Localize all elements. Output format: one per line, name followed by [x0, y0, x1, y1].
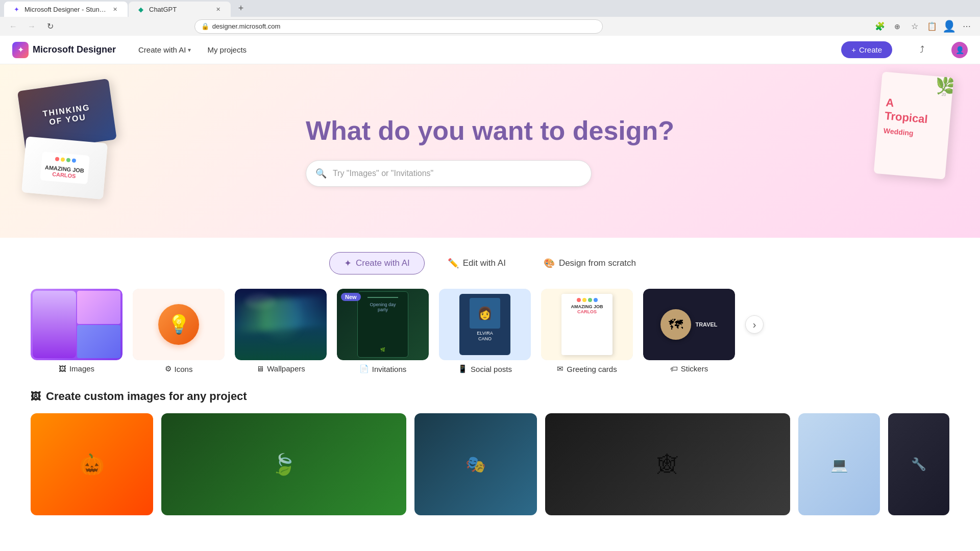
profile-icon[interactable]: 👤 — [942, 19, 957, 34]
category-icons[interactable]: 💡 ⚙ Icons — [133, 289, 225, 373]
category-stickers-label: 🏷 Stickers — [670, 364, 708, 373]
tab-close-2[interactable]: ✕ — [213, 5, 223, 14]
address-bar[interactable]: 🔒 designer.microsoft.com — [194, 19, 603, 34]
nav-my-projects[interactable]: My projects — [201, 42, 253, 57]
new-tab-button[interactable]: + — [234, 2, 248, 16]
wedding-deco: 🌿 — [934, 73, 953, 97]
hero-section: THINKINGOF YOU AMAZING JOBCARLOS What do… — [0, 64, 980, 238]
image-card-music[interactable]: 🎭 — [414, 413, 537, 515]
logo-area[interactable]: ✦ Microsoft Designer — [12, 42, 116, 58]
category-images-text: Images — [69, 364, 94, 373]
image-card-nature[interactable]: 🍃 — [161, 413, 406, 515]
nav-projects-label: My projects — [207, 45, 247, 54]
tab-design-from-scratch[interactable]: 🎨 Design from scratch — [529, 252, 651, 274]
forward-button[interactable]: → — [24, 19, 39, 34]
category-social-thumb: 👩 ELVIRACANO — [439, 289, 531, 360]
hero-title: What do you want to design? — [306, 115, 674, 146]
nav-create-label: Create with AI — [138, 45, 186, 54]
tab-favicon-1: ✦ — [12, 5, 20, 13]
category-icons-text: Icons — [175, 365, 193, 373]
category-social[interactable]: 👩 ELVIRACANO 📱 Social posts — [439, 289, 531, 373]
category-grid: 🖼 Images 💡 ⚙ Icons — [31, 289, 949, 373]
category-greeting[interactable]: AMAZING JOBCARLOS ✉ Greeting cards — [541, 289, 633, 373]
tab-close-1[interactable]: ✕ — [110, 5, 119, 14]
new-badge: New — [341, 293, 361, 301]
action-tabs: ✦ Create with AI ✏️ Edit with AI 🎨 Desig… — [31, 252, 949, 274]
image-card-tech[interactable]: 💻 — [798, 413, 880, 515]
carlos-inner: AMAZING JOBCARLOS — [40, 152, 90, 184]
logo-icon: ✦ — [12, 42, 29, 58]
category-images-thumb — [31, 289, 122, 360]
category-greeting-text: Greeting cards — [567, 365, 617, 373]
image-grid: 🎃 🍃 🎭 🕸 💻 🔧 — [31, 413, 949, 515]
tab-create-ai-icon: ✦ — [344, 258, 352, 269]
address-text: designer.microsoft.com — [212, 22, 281, 30]
image-card-extra[interactable]: 🔧 — [888, 413, 949, 515]
wedding-title: ATropicalWedding — [883, 96, 945, 141]
section-title-icon: 🖼 — [31, 391, 41, 403]
nav-create-with-ai[interactable]: Create with AI ▾ — [132, 42, 197, 57]
category-images[interactable]: 🖼 Images — [31, 289, 122, 373]
category-icons-thumb: 💡 — [133, 289, 225, 360]
hero-search-bar[interactable]: 🔍 Try "Images" or "Invitations" — [306, 160, 592, 187]
category-greeting-icon: ✉ — [557, 364, 564, 373]
tab-design-label: Design from scratch — [559, 258, 636, 268]
app: ✦ Microsoft Designer Create with AI ▾ My… — [0, 36, 980, 551]
create-label: Create — [859, 45, 882, 54]
section-header: 🖼 Create custom images for any project — [31, 390, 949, 403]
category-invitations[interactable]: Opening dayparty 🌿 New 📄 Invitations — [337, 289, 429, 373]
share-icon[interactable]: ⤴ — [913, 41, 931, 59]
category-images-label: 🖼 Images — [59, 364, 94, 373]
category-social-icon: 📱 — [458, 364, 468, 373]
carlos-card: AMAZING JOBCARLOS — [21, 136, 108, 199]
browser-tabs: ✦ Microsoft Designer - Stunning ✕ ◆ Chat… — [0, 0, 980, 17]
category-invitations-icon: 📄 — [359, 364, 369, 373]
tab-title-2: ChatGPT — [149, 6, 177, 13]
tab-edit-with-ai[interactable]: ✏️ Edit with AI — [433, 252, 521, 274]
user-avatar[interactable]: 👤 — [951, 42, 968, 58]
category-greeting-thumb: AMAZING JOBCARLOS — [541, 289, 633, 360]
category-social-text: Social posts — [471, 365, 512, 373]
app-header: ✦ Microsoft Designer Create with AI ▾ My… — [0, 36, 980, 64]
tab-favicon-2: ◆ — [137, 5, 145, 13]
settings-icon[interactable]: ⋯ — [960, 19, 974, 34]
logo-text: Microsoft Designer — [33, 44, 116, 55]
categories-next-button[interactable]: › — [745, 315, 764, 334]
carlos-dots — [55, 157, 76, 163]
extensions-icon[interactable]: 🧩 — [873, 19, 887, 34]
search-icon: 🔍 — [315, 168, 327, 179]
back-button[interactable]: ← — [6, 19, 20, 34]
image-card-dark[interactable]: 🕸 — [545, 413, 790, 515]
tab-create-with-ai[interactable]: ✦ Create with AI — [329, 252, 425, 274]
thinking-card-text: THINKINGOF YOU — [42, 103, 92, 128]
nav-create-chevron: ▾ — [188, 46, 191, 54]
category-greeting-label: ✉ Greeting cards — [557, 364, 617, 373]
category-invitations-thumb: Opening dayparty 🌿 New — [337, 289, 429, 360]
category-wallpapers-label: 🖥 Wallpapers — [256, 364, 305, 373]
favorites-icon[interactable]: ☆ — [908, 19, 922, 34]
collections-icon[interactable]: 📋 — [925, 19, 939, 34]
category-stickers-icon: 🏷 — [670, 364, 678, 373]
create-button[interactable]: + Create — [841, 41, 892, 58]
carlos-text: AMAZING JOBCARLOS — [44, 164, 84, 180]
search-placeholder: Try "Images" or "Invitations" — [333, 169, 433, 178]
category-images-icon: 🖼 — [59, 364, 66, 373]
main-nav: Create with AI ▾ My projects — [132, 42, 253, 57]
hero-center: What do you want to design? 🔍 Try "Image… — [306, 115, 674, 187]
reload-button[interactable]: ↻ — [43, 19, 57, 34]
tab-microsoft-designer[interactable]: ✦ Microsoft Designer - Stunning ✕ — [4, 2, 128, 17]
category-social-label: 📱 Social posts — [458, 364, 512, 373]
hero-deco-right: 05320 ATropicalWedding 🌿 — [878, 74, 949, 177]
category-wallpapers-text: Wallpapers — [267, 364, 305, 373]
create-plus-icon: + — [851, 45, 856, 54]
category-wallpapers-thumb — [235, 289, 327, 360]
tab-chatgpt[interactable]: ◆ ChatGPT ✕ — [129, 2, 231, 17]
browser-toolbar: ← → ↻ 🔒 designer.microsoft.com 🧩 ⊕ ☆ 📋 👤… — [0, 17, 980, 36]
category-stickers[interactable]: 🗺 TRAVEL 🏷 Stickers — [643, 289, 735, 373]
category-stickers-text: Stickers — [681, 364, 708, 373]
zoom-icon[interactable]: ⊕ — [890, 19, 904, 34]
image-card-halloween[interactable]: 🎃 — [31, 413, 153, 515]
tab-edit-ai-icon: ✏️ — [448, 258, 459, 269]
category-wallpapers[interactable]: 🖥 Wallpapers — [235, 289, 327, 373]
category-stickers-thumb: 🗺 TRAVEL — [643, 289, 735, 360]
